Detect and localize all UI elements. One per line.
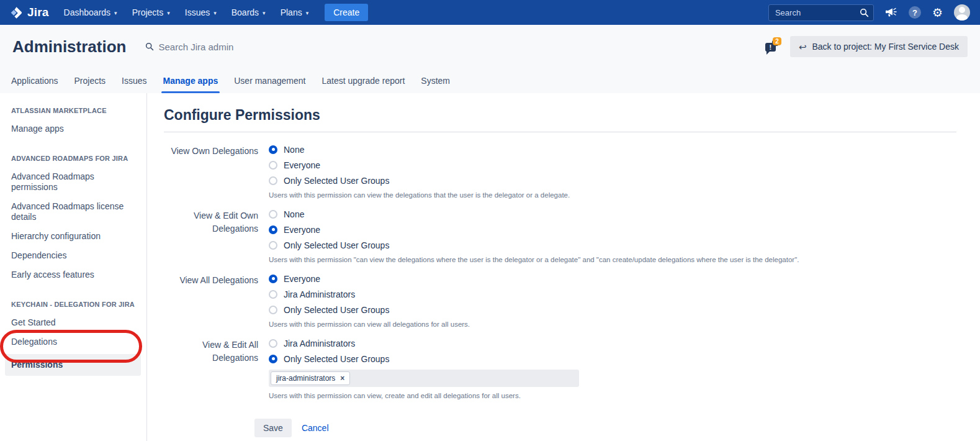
tab-latest-upgrade-report[interactable]: Latest upgrade report	[321, 76, 405, 93]
jira-logo-text: Jira	[27, 6, 49, 19]
create-button[interactable]: Create	[325, 4, 368, 21]
radio-selected-icon[interactable]	[269, 145, 277, 154]
tab-user-management[interactable]: User management	[234, 76, 305, 93]
navbar-menu: Dashboards▾ Projects▾ Issues▾ Boards▾ Pl…	[56, 0, 317, 25]
helper-text: Users with this permission can view, cre…	[269, 392, 956, 399]
user-groups-tag-input[interactable]: jira-administrators ×	[269, 370, 579, 387]
main-content: Configure Permissions View Own Delegatio…	[148, 93, 980, 441]
chevron-down-icon: ▾	[114, 9, 117, 16]
chevron-down-icon: ▾	[306, 9, 309, 16]
radio-option-only-selected-user-groups[interactable]: Only Selected User Groups	[269, 354, 956, 363]
radio-option-none[interactable]: None	[269, 145, 956, 154]
sidebar-item-dependencies[interactable]: Dependencies	[0, 246, 146, 265]
tab-issues[interactable]: Issues	[122, 76, 146, 93]
admin-search	[145, 42, 295, 52]
form-group-view-edit-own-delegations: View & Edit Own Delegations None Everyon…	[164, 209, 956, 274]
radio-option-only-selected-user-groups[interactable]: Only Selected User Groups	[269, 305, 956, 314]
user-avatar[interactable]	[954, 4, 970, 20]
radio-selected-icon[interactable]	[269, 355, 277, 363]
cancel-link[interactable]: Cancel	[302, 423, 329, 433]
form-group-view-all-delegations: View All Delegations Everyone Jira Admin…	[164, 274, 956, 339]
radio-icon[interactable]	[269, 241, 277, 250]
radio-icon[interactable]	[269, 210, 277, 219]
jira-logo-icon	[10, 6, 23, 19]
page-title: Administration	[12, 37, 126, 57]
save-button[interactable]: Save	[254, 419, 292, 437]
helper-text: Users with this permission can view all …	[269, 321, 956, 328]
gear-icon[interactable]: ⚙	[932, 7, 943, 19]
radio-icon[interactable]	[269, 176, 277, 185]
navbar-item-plans[interactable]: Plans▾	[273, 0, 317, 25]
radio-option-none[interactable]: None	[269, 209, 956, 219]
radio-option-everyone[interactable]: Everyone	[269, 274, 956, 283]
sidebar-item-early-access-features[interactable]: Early access features	[0, 265, 146, 284]
sidebar-item-permissions[interactable]: Permissions	[5, 354, 141, 376]
back-button-label: Back to project: My First Service Desk	[812, 42, 959, 52]
tab-projects[interactable]: Projects	[74, 76, 106, 93]
group-label: View All Delegations	[164, 274, 258, 339]
form-actions: Save Cancel	[254, 419, 956, 437]
group-label: View & Edit All Delegations	[164, 339, 258, 410]
sidebar-item-delegations[interactable]: Delegations	[0, 332, 146, 352]
sidebar-section-advanced-roadmaps: ADVANCED ROADMAPS FOR JIRA	[0, 155, 146, 162]
radio-icon[interactable]	[269, 290, 277, 299]
chevron-down-icon: ▾	[214, 9, 217, 16]
radio-icon[interactable]	[269, 161, 277, 170]
group-label: View Own Delegations	[164, 145, 258, 209]
helper-text: Users with this permission "can view the…	[269, 256, 956, 263]
sidebar-item-hierarchy-configuration[interactable]: Hierarchy configuration	[0, 227, 146, 246]
sidebar-item-manage-apps[interactable]: Manage apps	[0, 119, 146, 139]
tab-applications[interactable]: Applications	[11, 76, 58, 93]
sidebar-section-keychain-delegation: KEYCHAIN - DELEGATION FOR JIRA	[0, 301, 146, 308]
admin-sidebar: ATLASSIAN MARKETPLACE Manage apps ADVANC…	[0, 93, 147, 441]
radio-option-jira-administrators[interactable]: Jira Administrators	[269, 339, 956, 348]
radio-selected-icon[interactable]	[269, 225, 277, 234]
back-to-project-button[interactable]: ↩ Back to project: My First Service Desk	[790, 36, 968, 57]
navbar-right: ? ⚙	[768, 4, 970, 21]
radio-option-everyone[interactable]: Everyone	[269, 160, 956, 170]
form-group-view-own-delegations: View Own Delegations None Everyone Only …	[164, 145, 956, 209]
return-arrow-icon: ↩	[799, 42, 807, 52]
radio-icon[interactable]	[269, 306, 277, 314]
navbar-item-dashboards[interactable]: Dashboards▾	[56, 0, 125, 25]
navbar-item-projects[interactable]: Projects▾	[125, 0, 178, 25]
header-right: ! 2 ↩ Back to project: My First Service …	[764, 36, 968, 57]
tab-manage-apps[interactable]: Manage apps	[163, 76, 218, 93]
admin-tabbar: Applications Projects Issues Manage apps…	[0, 68, 980, 93]
tag-jira-administrators: jira-administrators ×	[271, 371, 350, 385]
page-heading: Configure Permissions	[164, 107, 956, 132]
megaphone-icon[interactable]	[885, 7, 897, 18]
chevron-down-icon: ▾	[167, 9, 170, 16]
search-icon	[145, 42, 154, 51]
sidebar-section-atlassian-marketplace: ATLASSIAN MARKETPLACE	[0, 107, 146, 114]
navbar-item-boards[interactable]: Boards▾	[224, 0, 273, 25]
permissions-form: View Own Delegations None Everyone Only …	[164, 145, 956, 437]
helper-text: Users with this permission can view the …	[269, 191, 956, 199]
search-input[interactable]	[768, 4, 874, 21]
group-label: View & Edit Own Delegations	[164, 209, 258, 274]
radio-icon[interactable]	[269, 339, 277, 348]
tab-system[interactable]: System	[421, 76, 450, 93]
chevron-down-icon: ▾	[263, 9, 266, 16]
admin-search-input[interactable]	[158, 42, 295, 52]
admin-header: Administration ! 2 ↩ Back to project: My…	[0, 25, 980, 68]
form-group-view-edit-all-delegations: View & Edit All Delegations Jira Adminis…	[164, 339, 956, 410]
navbar-search	[768, 4, 874, 21]
jira-logo[interactable]: Jira	[10, 6, 49, 19]
radio-option-only-selected-user-groups[interactable]: Only Selected User Groups	[269, 240, 956, 250]
radio-option-everyone[interactable]: Everyone	[269, 225, 956, 234]
top-navbar: Jira Dashboards▾ Projects▾ Issues▾ Board…	[0, 0, 980, 25]
notification-badge: 2	[773, 37, 781, 45]
notifications-icon[interactable]: ! 2	[764, 38, 783, 55]
remove-tag-icon[interactable]: ×	[340, 375, 344, 382]
tag-label: jira-administrators	[276, 374, 335, 383]
sidebar-item-advanced-roadmaps-license-details[interactable]: Advanced Roadmaps license details	[0, 197, 135, 227]
radio-option-only-selected-user-groups[interactable]: Only Selected User Groups	[269, 176, 956, 185]
radio-option-jira-administrators[interactable]: Jira Administrators	[269, 289, 956, 299]
search-icon[interactable]	[860, 8, 869, 20]
sidebar-item-advanced-roadmaps-permissions[interactable]: Advanced Roadmaps permissions	[0, 167, 130, 197]
radio-selected-icon[interactable]	[269, 275, 277, 283]
help-icon[interactable]: ?	[909, 6, 921, 19]
navbar-item-issues[interactable]: Issues▾	[178, 0, 224, 25]
sidebar-item-get-started[interactable]: Get Started	[0, 313, 146, 332]
